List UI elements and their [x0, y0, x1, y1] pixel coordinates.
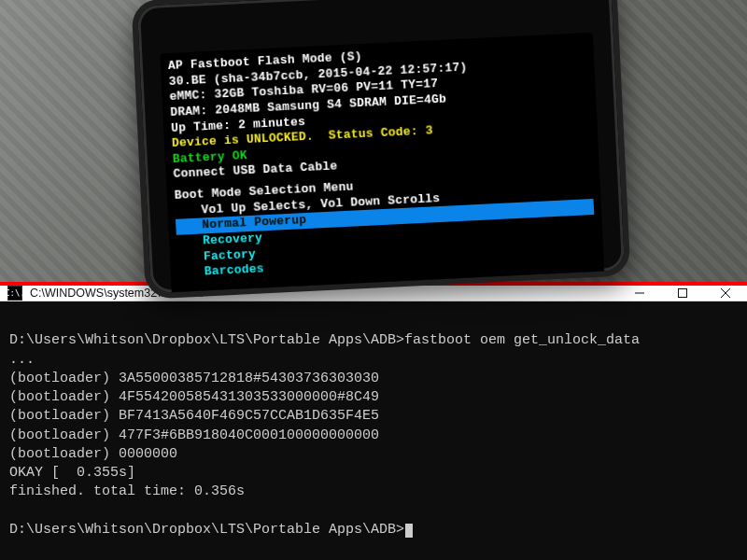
- phone-photo-area: AP Fastboot Flash Mode (S) 30.BE (sha-34…: [0, 0, 747, 282]
- terminal-output-line: (bootloader) 4F554200585431303533000000#…: [9, 389, 379, 405]
- terminal-cursor: [405, 524, 413, 538]
- cmd-icon: C:\.: [7, 286, 22, 301]
- close-button[interactable]: [704, 286, 747, 301]
- minimize-button[interactable]: [618, 286, 661, 301]
- terminal-prompt-path: D:\Users\Whitson\Dropbox\LTS\Portable Ap…: [9, 332, 404, 348]
- close-icon: [721, 288, 730, 298]
- terminal-finished-line: finished. total time: 0.356s: [9, 483, 245, 499]
- fastboot-screen: AP Fastboot Flash Mode (S) 30.BE (sha-34…: [160, 33, 606, 300]
- terminal-output-line: ...: [9, 352, 35, 368]
- terminal-output-line: (bootloader) 3A55000385712818#5430373630…: [9, 371, 379, 386]
- terminal-okay-line: OKAY [ 0.355s]: [9, 465, 135, 481]
- maximize-button[interactable]: [661, 286, 704, 301]
- maximize-icon: [678, 288, 687, 298]
- terminal-prompt-line: D:\Users\Whitson\Dropbox\LTS\Portable Ap…: [9, 332, 640, 348]
- terminal-output-line: (bootloader) BF7413A5640F469C57CCAB1D635…: [9, 408, 379, 424]
- terminal-command: fastboot oem get_unlock_data: [404, 332, 640, 348]
- terminal-output-line: (bootloader) 477F3#6BB918040C00010000000…: [9, 427, 379, 443]
- terminal-output-line: (bootloader) 0000000: [9, 446, 177, 462]
- cmd-window: C:\. C:\WINDOWS\system32\cmd.exe D:\User…: [0, 286, 747, 560]
- minimize-icon: [635, 288, 644, 298]
- terminal-prompt-line: D:\Users\Whitson\Dropbox\LTS\Portable Ap…: [9, 522, 413, 538]
- window-controls: [618, 286, 747, 301]
- cmd-terminal[interactable]: D:\Users\Whitson\Dropbox\LTS\Portable Ap…: [0, 301, 747, 560]
- phone-body: AP Fastboot Flash Mode (S) 30.BE (sha-34…: [131, 0, 630, 300]
- terminal-prompt-path: D:\Users\Whitson\Dropbox\LTS\Portable Ap…: [9, 522, 404, 538]
- svg-rect-1: [679, 289, 687, 298]
